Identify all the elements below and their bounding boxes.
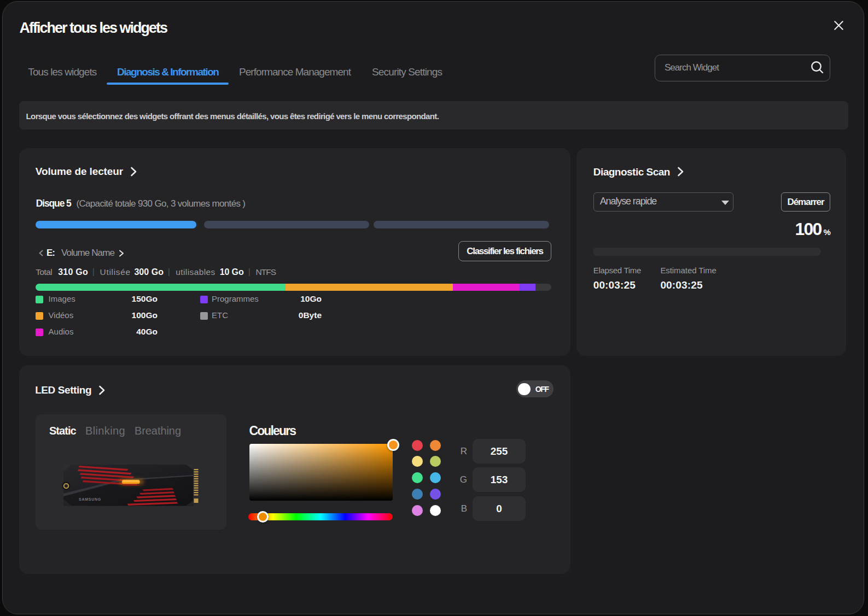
svg-text:SAMSUNG: SAMSUNG (79, 497, 101, 501)
